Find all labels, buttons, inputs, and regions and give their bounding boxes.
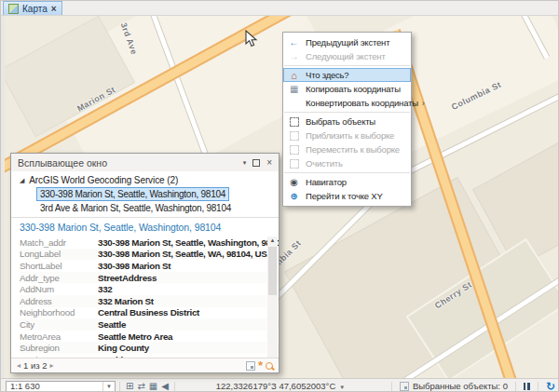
select-features-icon <box>286 116 302 126</box>
attribute-value: Seattle <box>98 319 126 330</box>
mouse-cursor-icon <box>245 30 258 52</box>
menu-item-label: Выбрать объекты <box>306 116 375 127</box>
pager-prev-icon[interactable]: ◂ <box>17 361 20 370</box>
attribute-row: Addr_type StreetAddress <box>20 272 279 284</box>
menu-separator <box>284 112 410 113</box>
menu-item-label: Приблизить к выборке <box>306 130 394 141</box>
menu-item-navigator[interactable]: ◉ Навигатор <box>283 175 411 189</box>
clear-selection-icon <box>286 158 302 168</box>
tree-node-service[interactable]: ◢ ArcGIS World Geocoding Service (2) <box>11 174 279 186</box>
select-result-icon[interactable] <box>246 361 255 371</box>
popup-dock-icon[interactable] <box>252 159 260 167</box>
menu-item-convert-coordinates[interactable]: Конвертировать координаты › <box>283 96 411 110</box>
menu-item-previous-extent[interactable]: ← Предыдущий экстент <box>283 35 411 49</box>
attribute-row: City Seattle <box>20 318 279 331</box>
attribute-value: 332 <box>98 284 112 294</box>
menu-item-label: Конвертировать координаты <box>306 98 418 108</box>
scrollbar-thumb[interactable] <box>268 247 277 295</box>
selected-objects-label: Выбранные объекты: 0 <box>413 381 508 391</box>
popup-result-heading[interactable]: 330-398 Marion St, Seattle, Washington, … <box>11 218 279 236</box>
arcgis-pro-window: Карта × 3rd Ave Marion St Columbia St Co… <box>0 0 559 392</box>
zoom-to-icon[interactable] <box>266 362 273 370</box>
popup-result-tree: ◢ ArcGIS World Geocoding Service (2) 330… <box>11 171 279 214</box>
tree-result[interactable]: 3rd Ave & Marion St, Seattle, Washington… <box>40 202 231 214</box>
selection-status-icon <box>400 382 409 391</box>
attribute-value: 330-398 Marion St, Seattle, Washington, … <box>98 237 279 248</box>
go-to-xy-icon: ⊕ <box>286 192 302 201</box>
attribute-value: 330-398 Marion St <box>98 261 170 271</box>
attribute-row: Subregion King County <box>20 342 279 354</box>
attribute-label: AddNum <box>20 284 98 294</box>
popup-scrollbar[interactable]: ▲ ▼ <box>267 237 278 366</box>
menu-item-label: Переместить к выборке <box>306 144 400 155</box>
attribute-label: LongLabel <box>20 249 98 259</box>
popup-titlebar[interactable]: Всплывающее окно ▾ × <box>11 154 279 171</box>
menu-item-label: Следующий экстент <box>306 51 386 61</box>
menu-item-select-features[interactable]: Выбрать объекты <box>283 115 411 128</box>
coordinates-value: 122,3326179°З 47,6052003°С <box>216 381 336 391</box>
attribute-row: ShortLabel 330-398 Marion St <box>20 260 279 272</box>
tree-result-selected[interactable]: 330-398 Marion St, Seattle, Washington, … <box>36 187 229 201</box>
scroll-up-icon[interactable]: ▲ <box>267 237 278 243</box>
menu-separator <box>284 65 410 66</box>
attribute-row: Neighborhood Central Business District <box>20 307 279 319</box>
popup-attribute-table: Match_addr 330-398 Marion St, Seattle, W… <box>11 236 279 367</box>
menu-separator <box>284 172 410 173</box>
status-separator <box>174 382 175 391</box>
status-bar: 1:1 630 ▼ ⊞ ⇄ ▦ ◀ 122,3326179°З 47,60520… <box>1 378 559 392</box>
attribute-value: Seattle Metro Area <box>98 331 172 342</box>
attribute-label: Neighborhood <box>20 307 98 318</box>
popup-window: Всплывающее окно ▾ × ◢ ArcGIS World Geoc… <box>10 153 280 373</box>
tree-expander-icon[interactable]: ◢ <box>20 177 24 184</box>
tab-close-icon[interactable]: × <box>51 5 57 13</box>
attribute-value: 332 Marion St <box>98 296 154 306</box>
status-separator <box>538 382 539 391</box>
popup-close-icon[interactable]: × <box>266 159 272 167</box>
attribute-row: LongLabel 330-398 Marion St, Seattle, WA… <box>20 249 279 261</box>
view-tab-bar: Карта × <box>1 1 559 16</box>
attribute-row: MetroArea Seattle Metro Area <box>20 331 279 343</box>
menu-item-label: Копировать координаты <box>306 84 401 94</box>
popup-title: Всплывающее окно <box>18 157 107 169</box>
pager-text: 1 из 2 <box>23 360 48 371</box>
tab-map[interactable]: Карта × <box>3 1 62 15</box>
pause-drawing-icon[interactable] <box>524 383 530 390</box>
tree-service-label: ArcGIS World Geocoding Service (2) <box>29 175 178 185</box>
status-separator <box>515 382 516 391</box>
coordinates-dropdown-icon[interactable]: ▼ <box>339 385 345 390</box>
flash-icon[interactable]: * <box>258 362 263 370</box>
combo-dropdown-icon[interactable]: ▼ <box>102 382 115 391</box>
popup-footer: ◂ 1 из 2 ▸ * <box>11 358 279 372</box>
status-separator <box>391 382 392 391</box>
menu-item-label: Навигатор <box>306 177 347 187</box>
add-grid-icon[interactable]: ⊞ <box>126 382 133 391</box>
menu-item-clear: Очистить <box>283 156 411 170</box>
attribute-value: Central Business District <box>98 307 199 318</box>
status-separator <box>119 382 120 391</box>
menu-item-whats-here[interactable]: ⌂ Что здесь? <box>283 68 411 82</box>
scale-combobox[interactable]: 1:1 630 ▼ <box>6 381 116 392</box>
previous-extent-icon: ← <box>286 38 302 47</box>
attribute-label: City <box>20 319 98 330</box>
scale-value: 1:1 630 <box>10 381 40 391</box>
tab-title: Карта <box>22 4 48 14</box>
grid-icon[interactable]: ▦ <box>149 382 157 391</box>
pan-to-selection-icon <box>286 144 302 154</box>
convert-icon[interactable]: ⇄ <box>137 382 144 391</box>
menu-item-copy-coordinates[interactable]: ▦ Копировать координаты <box>283 82 411 96</box>
attribute-label: Addr_type <box>20 273 98 283</box>
refresh-icon[interactable]: ↻ <box>546 382 555 391</box>
menu-item-go-to-xy[interactable]: ⊕ Перейти к точке XY <box>283 189 411 203</box>
attribute-value: King County <box>98 343 149 353</box>
attribute-row: Match_addr 330-398 Marion St, Seattle, W… <box>20 237 279 249</box>
attribute-label: Match_addr <box>20 237 98 248</box>
submenu-arrow-icon: › <box>422 99 425 108</box>
map-context-menu: ← Предыдущий экстент → Следующий экстент… <box>282 32 412 207</box>
pager-next-icon[interactable]: ▸ <box>50 361 54 370</box>
zoom-to-selection-icon <box>286 130 302 140</box>
collapse-pane-icon[interactable]: ◀ <box>161 382 169 391</box>
attribute-label: Subregion <box>20 343 98 353</box>
menu-item-pan-to-selection: Переместить к выборке <box>283 142 411 156</box>
popup-menu-icon[interactable]: ▾ <box>243 159 247 167</box>
next-extent-icon: → <box>286 52 302 61</box>
